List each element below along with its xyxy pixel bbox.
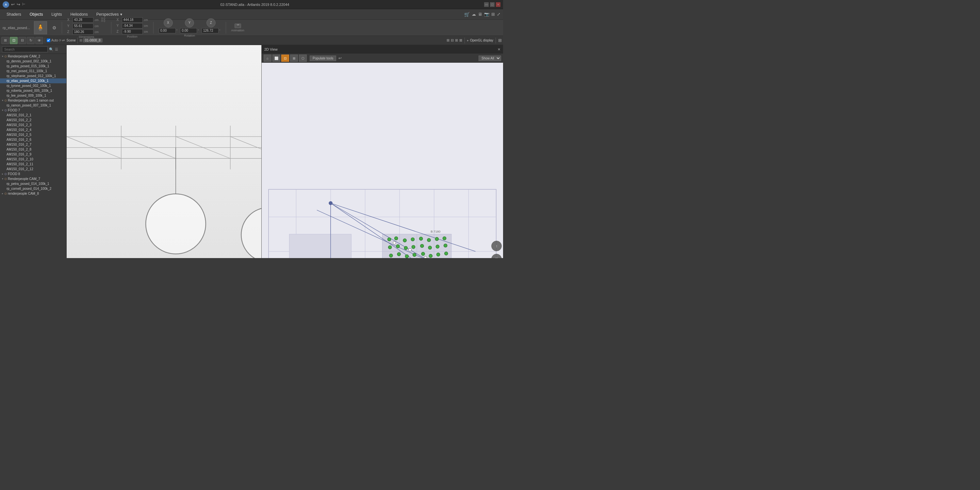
display-label: OpenGL display — [470, 38, 493, 42]
tree-group-cam8[interactable]: ▸ ⊙ renderpeople CAM_8 — [0, 191, 66, 196]
rot-y-button[interactable]: Y — [185, 18, 194, 27]
panel-tool-perspective-btn[interactable]: ⬜ — [272, 54, 280, 62]
tree-group-cam7[interactable]: ▾ ⊙ Renderpeople CAM_7 — [0, 177, 66, 181]
rot-x-input[interactable] — [159, 28, 176, 33]
redo-icon[interactable]: ↪ — [17, 2, 20, 7]
tree-arrow-icon: ▾ — [2, 109, 3, 112]
maximize-button[interactable]: □ — [490, 2, 495, 7]
list-item[interactable]: rp_roberta_posed_005_100k_1 — [0, 88, 66, 93]
minimize-button[interactable]: — — [484, 2, 489, 7]
list-item[interactable]: rp_petra_posed_014_100k_1 — [0, 181, 66, 186]
list-item[interactable]: AM150_016_2_7 — [0, 142, 66, 147]
auto-checkbox[interactable]: Auto — [47, 38, 58, 42]
svg-point-101 — [403, 239, 407, 242]
pos-x-input[interactable] — [122, 18, 143, 22]
list-item[interactable]: AM150_016_2_8 — [0, 147, 66, 152]
undo-icon[interactable]: ↩ — [11, 2, 15, 7]
tree-group-renderpeople-cam2[interactable]: ▾ ⊙ Renderpeople CAM_2 — [0, 54, 66, 59]
cart-icon[interactable]: 🛒 — [464, 12, 470, 17]
rot-z-button[interactable]: Z — [207, 18, 216, 27]
menu-shaders[interactable]: Shaders — [3, 11, 25, 18]
dim-x-input[interactable] — [73, 18, 94, 22]
list-item[interactable]: AM150_016_2_6 — [0, 137, 66, 142]
search-icon[interactable]: 🔍 — [49, 48, 54, 52]
grid-icon[interactable]: ⊞ — [455, 38, 458, 43]
auto-checkbox-input[interactable] — [47, 38, 50, 42]
cloud-icon[interactable]: ☁ — [472, 12, 476, 17]
monitor-icon[interactable]: 🖥 — [478, 12, 482, 17]
list-item[interactable]: AM150_016_2_2 — [0, 118, 66, 123]
show-all-select[interactable]: Show All — [479, 56, 501, 61]
object-settings-icon[interactable]: ⚙ — [52, 25, 57, 30]
settings-icon[interactable]: ⊞ — [498, 38, 502, 43]
constraint-tool-btn[interactable]: ⊟ — [18, 37, 26, 44]
undo-2d-icon[interactable]: ↩ — [339, 56, 342, 60]
list-item[interactable]: rp_dennis_posed_002_100k_1 — [0, 59, 66, 64]
scroll-up-btn[interactable]: ↕ — [491, 241, 502, 251]
panel-tool-shape-btn[interactable]: ⬠ — [299, 54, 307, 62]
camera-icon[interactable]: 📷 — [484, 12, 489, 17]
list-item[interactable]: AM150_016_2_9 — [0, 152, 66, 157]
animation-section: 🎬 Animation — [231, 24, 244, 32]
panel-tool-active-btn[interactable]: ⊡ — [281, 54, 289, 62]
list-item-selected[interactable]: rp_elias_posed_012_100k_1 — [0, 78, 66, 83]
divider-2 — [111, 22, 111, 33]
svg-point-121 — [436, 253, 440, 256]
list-item[interactable]: rp_mei_posed_011_100k_1 — [0, 68, 66, 73]
panel-tool-grid-btn[interactable]: ⊞ — [290, 54, 298, 62]
close-button[interactable]: × — [496, 2, 500, 7]
svg-point-115 — [390, 254, 393, 258]
scroll-fit-btn[interactable]: ⊡ — [491, 254, 502, 258]
rot-y-input[interactable] — [180, 28, 197, 33]
dimensions-label: Dimensions — [79, 35, 94, 38]
dim-z-input[interactable] — [73, 29, 94, 35]
list-item[interactable]: AM150_016_2_5 — [0, 132, 66, 137]
perspectives-arrow-icon: ▾ — [120, 12, 122, 17]
divider-1 — [62, 22, 62, 33]
list-item[interactable]: AM150_016_2_1 — [0, 113, 66, 118]
list-item[interactable]: rp_ramon_posed_007_100k_1 — [0, 103, 66, 108]
tree-group-food8[interactable]: ▸ ⊙ FOOD 8 — [0, 172, 66, 177]
sidebar-menu-icon[interactable]: ☰ — [55, 48, 58, 52]
svg-point-122 — [445, 252, 448, 255]
tree-group-label: renderpeople CAM_8 — [8, 192, 39, 195]
search-input[interactable] — [2, 46, 48, 52]
rot-x-deg: ° — [177, 29, 178, 32]
menu-lights[interactable]: Lights — [48, 11, 66, 18]
rot-x-button[interactable]: X — [164, 18, 173, 27]
list-item[interactable]: rp_stephanie_posed_012_100k_1 — [0, 73, 66, 78]
svg-point-116 — [397, 253, 401, 256]
list-item[interactable]: AM150_016_2_4 — [0, 127, 66, 132]
populate-tools-button[interactable]: Populate tools — [310, 56, 336, 61]
svg-point-102 — [411, 237, 415, 241]
dim-y-input[interactable] — [73, 24, 94, 29]
step-back-icon[interactable]: ⊢ — [22, 2, 25, 6]
svg-point-113 — [436, 245, 439, 248]
list-item[interactable]: rp_lee_posed_009_100k_1 — [0, 93, 66, 98]
compare-icon[interactable]: ⊟ — [451, 38, 454, 43]
safe-zone-icon[interactable]: ⊠ — [459, 38, 462, 43]
panel-2d-close-icon[interactable]: ✕ — [498, 48, 500, 52]
expand-icon[interactable]: ⤢ — [497, 12, 500, 17]
rotate-tool-btn[interactable]: ↻ — [27, 37, 35, 44]
list-item[interactable]: AM150_016_2_10 — [0, 157, 66, 162]
panel-tool-house-btn[interactable]: ⌂ — [264, 54, 272, 62]
list-item[interactable]: AM150_016_2_11 — [0, 162, 66, 167]
pos-z-input[interactable] — [122, 29, 143, 34]
move-tool-btn[interactable]: ⊡ — [10, 37, 18, 44]
select-tool-btn[interactable]: ⊞ — [1, 37, 9, 44]
tree-group-cam1[interactable]: ▾ ⊙ Renderpeople.cam 1 ramon out — [0, 98, 66, 103]
window-icon[interactable]: ⊞ — [491, 12, 495, 17]
menu-objects[interactable]: Objects — [26, 11, 47, 18]
list-item[interactable]: rp_petra_posed_015_100k_1 — [0, 64, 66, 68]
tree-group-food7[interactable]: ▾ ⊙ FOOD 7 — [0, 108, 66, 113]
pos-y-input[interactable] — [122, 23, 143, 29]
list-item[interactable]: AM150_016_2_3 — [0, 123, 66, 127]
list-item[interactable]: rp_cornell_posed_014_100k_2 — [0, 186, 66, 191]
panel-2d-content[interactable]: B:7180 ↕ ⊡ ✥ ↻ ⤡ — [262, 63, 503, 258]
rot-z-input[interactable] — [202, 28, 218, 33]
list-item[interactable]: rp_tyrone_posed_002_100k_1 — [0, 83, 66, 88]
eye-tool-btn[interactable]: 👁 — [35, 37, 43, 44]
list-item[interactable]: AM150_016_2_12 — [0, 167, 66, 172]
render-icon[interactable]: ⊞ — [447, 38, 450, 43]
